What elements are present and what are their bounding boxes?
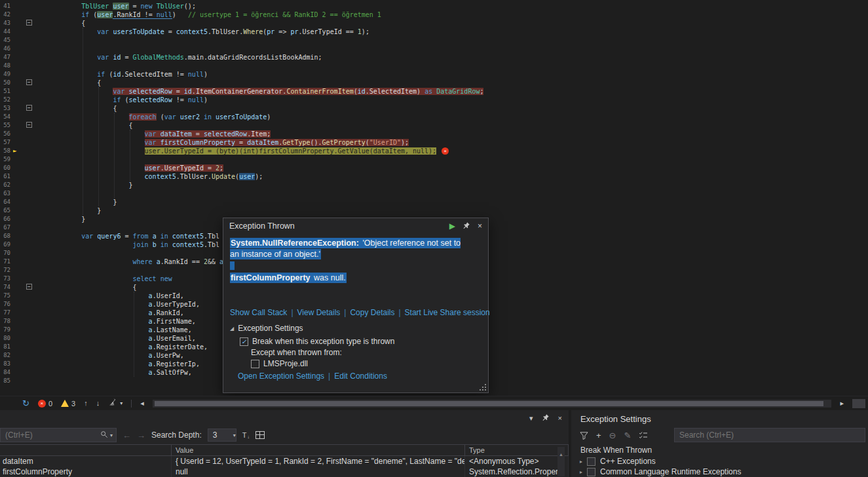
pin-icon[interactable] [542, 413, 550, 423]
code-line[interactable]: 49 if (id.SelectedItem != null) [0, 70, 868, 79]
code-line[interactable]: 48 [0, 62, 868, 70]
scroll-left-icon[interactable]: ◂ [140, 400, 144, 407]
start-live-share-session-link[interactable]: Start Live Share session [405, 308, 490, 317]
exception-category-row[interactable]: ▸C++ Exceptions [571, 456, 868, 467]
popup-title: Exception Thrown [229, 221, 442, 231]
exception-search-input[interactable] [678, 430, 861, 440]
fold-toggle-icon[interactable]: − [26, 284, 32, 290]
scroll-up-icon[interactable]: ▲ [559, 452, 563, 457]
watch-search-box[interactable]: ▾ [0, 428, 117, 442]
name-column-header[interactable] [0, 445, 172, 455]
selection-stub [230, 261, 235, 270]
scroll-right-icon[interactable]: ▸ [840, 400, 844, 407]
text-format-icon[interactable]: T↓ [242, 431, 250, 439]
code-cleanup-icon[interactable] [108, 398, 117, 408]
code-line[interactable]: 65 } [0, 206, 868, 215]
code-line[interactable]: 59 [0, 155, 868, 164]
scrollbar-thumb[interactable] [155, 401, 823, 406]
background-analysis-icon[interactable]: ↻ [22, 399, 29, 408]
exception-footer-links: Open Exception Settings|Edit Conditions [238, 372, 481, 381]
show-call-stack-link[interactable]: Show Call Stack [230, 308, 287, 317]
code-line[interactable]: 63 [0, 189, 868, 198]
break-when-thrown-checkbox[interactable]: ✓ [240, 337, 248, 346]
watch-search-input[interactable] [4, 430, 100, 440]
watch-scrollbar[interactable]: ▲ [557, 447, 565, 476]
code-line[interactable]: 54 foreach (var user2 in usersToUpdate) [0, 113, 868, 121]
restore-defaults-icon[interactable] [639, 431, 648, 440]
scrollbar-options-box[interactable] [852, 399, 865, 408]
horizontal-scrollbar[interactable] [153, 400, 832, 408]
variable-type: <Anonymous Type> [465, 456, 569, 467]
view-details-link[interactable]: View Details [297, 308, 341, 317]
code-line[interactable]: 43− { [0, 19, 868, 28]
code-line[interactable]: 41 TblUser user = new TblUser(); [0, 2, 868, 10]
category-checkbox[interactable] [587, 457, 595, 466]
resize-grip[interactable] [478, 383, 486, 391]
window-position-icon[interactable]: ▾ [529, 415, 533, 422]
chevron-right-icon[interactable]: ▸ [580, 469, 582, 475]
break-when-thrown-header[interactable]: Break When Thrown [571, 444, 868, 456]
open-exception-settings-link[interactable]: Open Exception Settings [238, 372, 324, 381]
code-line[interactable]: 62 } [0, 181, 868, 189]
next-issue-icon[interactable]: ↓ [96, 400, 100, 407]
search-depth-select[interactable]: 3 ▾ [208, 429, 236, 442]
code-line[interactable]: 47 var id = GlobalMethods.main.dataGridR… [0, 53, 868, 62]
watch-row[interactable]: firstColumnPropertynullSystem.Reflection… [0, 467, 569, 477]
exception-category-row[interactable]: ▸Common Language Runtime Exceptions [571, 467, 868, 477]
code-line[interactable]: 52 if (selectedRow != null) [0, 96, 868, 104]
code-line[interactable]: 44 var usersToUpdate = context5.TblUser.… [0, 28, 868, 36]
close-icon[interactable]: × [478, 222, 482, 230]
code-line[interactable]: 61 context5.TblUser.Update(user); [0, 172, 868, 181]
module-checkbox[interactable] [251, 360, 259, 368]
code-line[interactable]: 58► user.UserTypeId = (byte)(int)firstCo… [0, 147, 868, 155]
except-when-thrown-label: Except when thrown from: [251, 348, 481, 357]
close-icon[interactable]: × [558, 415, 562, 422]
exception-search-box[interactable] [674, 428, 865, 442]
warning-count-badge[interactable]: 3 [61, 400, 75, 408]
code-line[interactable]: 50− { [0, 79, 868, 87]
code-cleanup-dropdown-icon[interactable]: ▾ [120, 400, 123, 406]
expander-open-icon[interactable]: ◢ [230, 326, 234, 332]
search-icon[interactable] [100, 429, 108, 441]
code-line[interactable]: 60 user.UserTypeId = 2; [0, 164, 868, 172]
exception-rows: ▸C++ Exceptions▸Common Language Runtime … [571, 456, 868, 477]
check-icon: ✓ [241, 338, 246, 345]
pin-icon[interactable] [462, 221, 470, 231]
value-column-header[interactable]: Value [172, 445, 465, 455]
edit-conditions-icon[interactable]: ✎ [624, 431, 632, 440]
search-back-icon[interactable]: ← [123, 430, 131, 440]
code-line[interactable]: 53− { [0, 104, 868, 113]
previous-issue-icon[interactable]: ↑ [84, 400, 88, 407]
search-dropdown-icon[interactable]: ▾ [110, 432, 113, 438]
copy-details-link[interactable]: Copy Details [350, 308, 394, 317]
search-forward-icon[interactable]: → [137, 430, 145, 440]
exception-action-links: Show Call Stack|View Details|Copy Detail… [230, 308, 481, 317]
code-line[interactable]: 42 if (user.RankId != null) // usertype … [0, 10, 868, 19]
category-checkbox[interactable] [587, 468, 595, 476]
code-line[interactable]: 51 var selectedRow = id.ItemContainerGen… [0, 87, 868, 96]
code-line[interactable]: 46 [0, 45, 868, 53]
exception-popup-titlebar[interactable]: Exception Thrown ▶ × [223, 218, 488, 234]
fold-toggle-icon[interactable]: − [26, 20, 32, 26]
fold-toggle-icon[interactable]: − [26, 105, 32, 111]
code-line[interactable]: 57 var firstColumnProperty = dataItem.Ge… [0, 138, 868, 147]
watch-row[interactable]: dataItem{ UserId = 12, UserTypeId = 1, R… [0, 456, 569, 467]
code-line[interactable]: 64 } [0, 198, 868, 206]
add-exception-icon[interactable]: + [596, 431, 601, 440]
code-line[interactable]: 55− { [0, 121, 868, 130]
type-column-header[interactable]: Type [465, 445, 569, 455]
fold-toggle-icon[interactable]: − [26, 122, 32, 128]
edit-conditions-link[interactable]: Edit Conditions [334, 372, 387, 381]
code-editor[interactable]: 41 TblUser user = new TblUser();42 if (u… [0, 0, 868, 396]
exception-settings-section-header[interactable]: ◢Exception Settings [230, 324, 481, 333]
error-count-badge[interactable]: ×0 [38, 400, 52, 408]
grid-view-icon[interactable] [255, 431, 265, 439]
continue-icon[interactable]: ▶ [449, 222, 455, 230]
delete-exception-icon[interactable]: ⊖ [609, 431, 616, 440]
chevron-right-icon[interactable]: ▸ [580, 459, 582, 465]
code-line[interactable]: 56 var dataItem = selectedRow.Item; [0, 130, 868, 138]
filter-icon[interactable] [580, 431, 588, 440]
code-line[interactable]: 45 [0, 36, 868, 45]
watch-panel-titlebar[interactable]: ▾ × [0, 410, 569, 426]
fold-toggle-icon[interactable]: − [26, 79, 32, 85]
